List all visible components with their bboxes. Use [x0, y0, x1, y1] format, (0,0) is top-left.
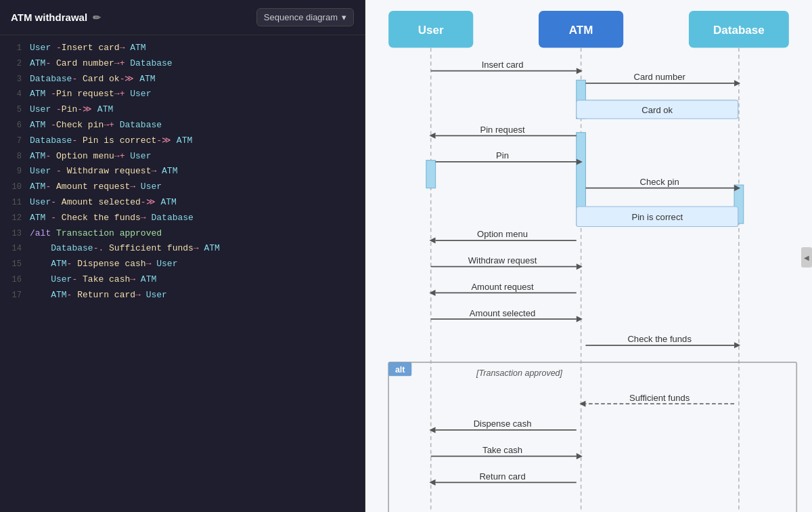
- token-entity: User: [30, 166, 56, 176]
- line-number: 16: [5, 274, 22, 286]
- token-entity: User: [125, 89, 151, 99]
- token-arrow: -: [56, 104, 62, 114]
- participant-user-top-label: User: [418, 24, 444, 37]
- token-arrow: -≫: [141, 197, 156, 207]
- token-arrow: -: [51, 213, 62, 223]
- token-arrow: -: [45, 58, 56, 68]
- diagram-type-selector[interactable]: Sequence diagram ▾: [256, 8, 354, 26]
- label-option-menu: Option menu: [477, 229, 528, 239]
- token-arrow: -: [51, 197, 62, 207]
- token-entity: Database: [30, 243, 93, 253]
- code-line: 10ATM- Amount request→ User: [0, 179, 365, 195]
- line-content: User - Withdraw request→ ATM: [30, 165, 177, 179]
- code-line: 8ATM- Option menu→+ User: [0, 149, 365, 165]
- token-arrow: →+: [114, 58, 125, 68]
- line-number: 15: [5, 258, 22, 271]
- token-entity: User: [30, 43, 51, 53]
- token-label: Withdraw request: [67, 166, 152, 176]
- diagram-panel: User ATM Database Insert card: [365, 0, 812, 512]
- label-take-cash: Take cash: [482, 445, 522, 455]
- token-arrow: -≫: [77, 104, 92, 114]
- alt-frame: [388, 362, 796, 512]
- token-entity: ATM: [92, 104, 113, 114]
- token-arrow: -: [51, 120, 56, 130]
- code-line: 14 Database-. Sufficient funds→ ATM: [0, 241, 365, 257]
- token-entity: ATM: [134, 74, 155, 84]
- token-entity: Database: [125, 58, 172, 68]
- token-label: Pin: [62, 104, 77, 114]
- collapse-handle[interactable]: ◀: [801, 247, 812, 268]
- token-label: Option menu: [56, 151, 114, 161]
- token-entity: ATM: [199, 243, 220, 253]
- alt-condition-text: [Transaction approved]: [476, 368, 562, 378]
- arrowhead-pin-request: [429, 133, 435, 139]
- arrowhead-amount-selected: [577, 316, 583, 322]
- code-line: 3Database- Card ok-≫ ATM: [0, 72, 365, 87]
- token-entity: ATM: [30, 151, 45, 161]
- token-label: Pin request: [56, 89, 114, 99]
- line-number: 6: [5, 119, 22, 132]
- token-label: Dispense cash: [77, 259, 145, 269]
- token-arrow: →+: [104, 120, 114, 130]
- token-arrow: -: [67, 290, 78, 300]
- token-arrow: -: [56, 166, 67, 176]
- code-editor[interactable]: 1User -Insert card→ ATM2ATM- Card number…: [0, 35, 365, 512]
- token-label: Take cash: [83, 274, 130, 284]
- line-number: 1: [5, 42, 22, 55]
- token-entity: ATM: [135, 274, 156, 284]
- participant-db-top-label: Database: [713, 24, 765, 37]
- token-entity: Database: [146, 213, 194, 223]
- token-entity: ATM: [30, 182, 45, 192]
- token-entity: Database: [30, 135, 72, 146]
- token-arrow: -: [67, 259, 78, 269]
- token-entity: ATM: [30, 58, 45, 68]
- code-line: 2ATM- Card number→+ Database: [0, 56, 365, 72]
- activation-user-pin: [426, 161, 436, 188]
- token-label: Check pin: [56, 120, 104, 130]
- code-line: 9User - Withdraw request→ ATM: [0, 164, 365, 179]
- arrowhead-check-funds: [734, 342, 740, 348]
- arrowhead-option-menu: [429, 237, 435, 243]
- line-content: User -Pin-≫ ATM: [30, 103, 113, 117]
- token-arrow: -: [51, 43, 62, 53]
- token-arrow: →: [130, 182, 135, 192]
- alt-label-text: alt: [395, 365, 405, 375]
- token-keyword: /alt: [30, 228, 56, 238]
- token-entity: User: [30, 197, 51, 207]
- diagram-title: ATM withdrawal: [11, 12, 87, 23]
- token-label: Pin is correct: [83, 135, 156, 146]
- token-label: Card ok: [83, 74, 120, 84]
- line-content: User -Insert card→ ATM: [30, 41, 146, 56]
- token-arrow: -: [51, 89, 56, 99]
- line-content: ATM -Check pin→+ Database: [30, 119, 162, 133]
- label-withdraw-request: Withdraw request: [468, 255, 537, 265]
- token-arrow: -: [72, 274, 83, 284]
- code-line: 6ATM -Check pin→+ Database: [0, 118, 365, 133]
- token-keyword-approve: Transaction approved: [56, 228, 162, 238]
- code-line: 5User -Pin-≫ ATM: [0, 102, 365, 118]
- line-content: /alt Transaction approved: [30, 227, 162, 241]
- line-content: ATM -Pin request→+ User: [30, 87, 151, 102]
- token-entity: ATM: [30, 89, 51, 99]
- sequence-diagram-svg: User ATM Database Insert card: [365, 0, 812, 512]
- arrowhead-amount-request: [429, 290, 435, 296]
- line-content: ATM- Amount request→ User: [30, 180, 162, 194]
- line-number: 11: [5, 196, 22, 209]
- code-line: 11User- Amount selected-≫ ATM: [0, 195, 365, 211]
- token-arrow: -≫: [156, 135, 171, 146]
- line-content: ATM- Return card→ User: [30, 289, 167, 303]
- line-number: 8: [5, 150, 22, 163]
- token-arrow: -≫: [120, 74, 135, 84]
- line-number: 9: [5, 165, 22, 178]
- editor-panel: ATM withdrawal ✏ Sequence diagram ▾ 1Use…: [0, 0, 365, 512]
- token-entity: ATM: [171, 135, 192, 146]
- token-arrow: →: [194, 243, 199, 253]
- code-line: 12ATM - Check the funds→ Database: [0, 211, 365, 226]
- token-entity: ATM: [125, 43, 145, 53]
- code-line: 13/alt Transaction approved: [0, 226, 365, 242]
- token-label: Check the funds: [62, 213, 141, 223]
- code-line: 1User -Insert card→ ATM: [0, 41, 365, 56]
- edit-icon[interactable]: ✏: [93, 12, 101, 23]
- token-arrow: →: [135, 290, 141, 300]
- token-arrow: →+: [114, 151, 125, 161]
